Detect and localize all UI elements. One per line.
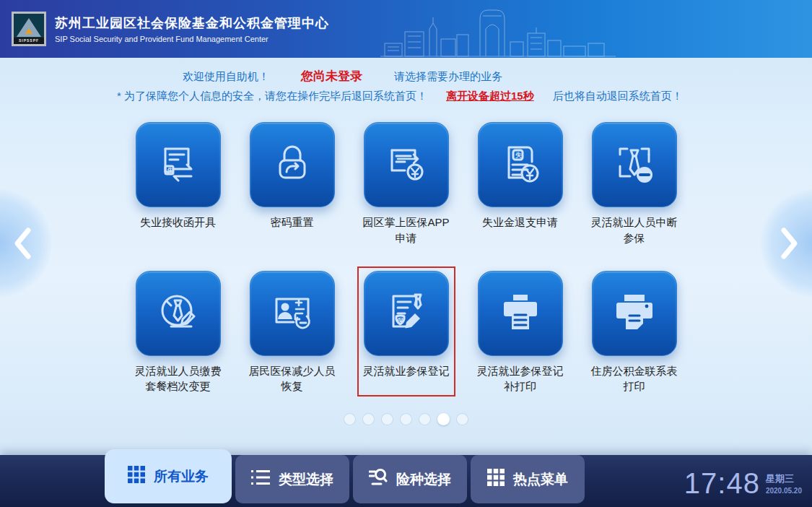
clock: 17:48 星期三 2020.05.20 [684, 467, 802, 500]
doc-tie-pencil-icon: 保 [383, 289, 429, 338]
carousel-next-button[interactable] [780, 227, 799, 263]
service-label: 灵活就业人员缴费套餐档次变更 [132, 363, 224, 395]
tab-label: 类型选择 [279, 470, 333, 489]
circle-tie-pencil-icon [155, 289, 201, 338]
service-label: 住房公积金联系表打印 [588, 363, 681, 395]
service-grid: 失 失业接收函开具 密码重置 [121, 122, 691, 394]
pagination-dot[interactable] [419, 413, 431, 425]
service-label: 居民医保减少人员恢复 [246, 363, 339, 395]
lock-reset-icon [269, 140, 315, 189]
service-label: 失业金退支申请 [474, 214, 567, 230]
service-label: 灵活就业人员中断参保 [588, 214, 681, 246]
service-label: 失业接收函开具 [132, 214, 224, 230]
tab-label: 热点菜单 [513, 470, 568, 489]
service-tile[interactable] [592, 122, 677, 207]
idcard-person-restore-icon [269, 289, 315, 338]
page-title: 苏州工业园区社会保险基金和公积金管理中心 [55, 14, 329, 32]
tab-insurance-selection[interactable]: 险种选择 [353, 455, 467, 503]
service-item-password-reset[interactable]: 密码重置 [235, 122, 349, 246]
service-item-registration-reprint[interactable]: 灵活就业参保登记补打印 [463, 271, 577, 395]
clock-date: 2020.05.20 [766, 487, 802, 495]
kiosk-screen: SIPSSPF 苏州工业园区社会保险基金和公积金管理中心 SIP Social … [0, 0, 812, 507]
service-item-payment-tier-change[interactable]: 灵活就业人员缴费套餐档次变更 [121, 271, 235, 395]
timeout-warning-text: 离开设备超过15秒 [446, 90, 534, 103]
pagination-dot-active[interactable] [437, 413, 450, 425]
tab-label: 所有业务 [154, 467, 209, 486]
pagination-dot[interactable] [400, 413, 412, 425]
logo-triangle-icon [17, 18, 41, 37]
service-label: 密码重置 [246, 214, 339, 230]
service-item-unemployment-refund[interactable]: 失 失业金退支申请 [463, 122, 577, 246]
doc-swap-arrows-icon: 失 [155, 140, 201, 189]
page-subtitle: SIP Social Security and Provident Fund M… [55, 35, 329, 43]
carousel-prev-button[interactable] [13, 227, 32, 263]
doc-arrow-yen-icon [383, 140, 429, 189]
chevron-right-icon [780, 227, 799, 260]
clock-time: 17:48 [684, 467, 760, 500]
service-item-housing-fund-print[interactable]: 住房公积金联系表打印 [577, 271, 691, 395]
service-tile[interactable]: 保 [364, 271, 449, 356]
service-tile[interactable] [364, 122, 449, 207]
grid-icon [487, 469, 505, 490]
pagination-dot[interactable] [344, 413, 356, 425]
service-item-resident-medical-restore[interactable]: 居民医保减少人员恢复 [235, 271, 349, 395]
tab-hot-menu[interactable]: 热点菜单 [471, 455, 585, 503]
notice-line-1: 欢迎使用自助机！ 您尚未登录 请选择需要办理的业务 [183, 68, 812, 84]
header: SIPSSPF 苏州工业园区社会保险基金和公积金管理中心 SIP Social … [0, 0, 812, 58]
pagination-dot[interactable] [362, 413, 375, 425]
prompt-text: 请选择需要办理的业务 [394, 70, 502, 84]
tab-all-services[interactable]: 所有业务 [105, 449, 232, 503]
grid-icon [128, 466, 145, 487]
logo-text: SIPSSPF [14, 38, 44, 44]
pagination-dot[interactable] [381, 413, 393, 425]
list-icon [251, 469, 270, 490]
svg-text:失: 失 [167, 167, 174, 174]
tie-minus-icon [611, 140, 658, 189]
service-label: 灵活就业参保登记 [360, 363, 453, 379]
sipsspf-logo: SIPSSPF [12, 12, 46, 46]
svg-text:失: 失 [515, 152, 523, 159]
notice-line-2: * 为了保障您个人信息的安全，请您在操作完毕后退回系统首页！ 离开设备超过15秒… [117, 90, 812, 103]
bottom-nav-bar: 所有业务 类型选择 险 [0, 455, 812, 507]
tab-label: 险种选择 [396, 470, 451, 489]
printer-icon [497, 289, 543, 338]
security-tip-suffix: 后也将自动退回系统首页！ [553, 90, 683, 103]
search-icon [369, 468, 388, 490]
service-item-unemployment-letter[interactable]: 失 失业接收函开具 [121, 122, 235, 246]
service-label: 园区掌上医保APP申请 [360, 214, 453, 246]
doc-yen-refund-icon: 失 [497, 140, 543, 189]
welcome-text: 欢迎使用自助机！ [183, 70, 269, 84]
service-tile[interactable]: 失 [478, 122, 563, 207]
service-item-flexible-employment-registration[interactable]: 保 灵活就业参保登记 [349, 271, 463, 395]
service-tile[interactable] [592, 271, 677, 356]
bottom-tabs: 所有业务 类型选择 险 [105, 449, 585, 503]
service-item-interrupt-insurance[interactable]: 灵活就业人员中断参保 [577, 122, 691, 246]
security-tip-prefix: * 为了保障您个人信息的安全，请您在操作完毕后退回系统首页！ [117, 90, 427, 103]
service-tile[interactable] [250, 271, 335, 356]
service-item-medical-app[interactable]: 园区掌上医保APP申请 [349, 122, 463, 246]
service-tile[interactable]: 失 [136, 122, 221, 207]
pagination [0, 413, 812, 425]
service-tile[interactable] [136, 271, 221, 356]
service-tile[interactable] [250, 122, 335, 207]
printer-paper-icon [611, 289, 658, 338]
tab-type-selection[interactable]: 类型选择 [235, 455, 349, 503]
suzhou-skyline-graphic [379, 7, 617, 58]
login-status-text: 您尚未登录 [301, 68, 362, 84]
pagination-dot[interactable] [456, 413, 468, 425]
clock-weekday: 星期三 [766, 472, 802, 485]
service-label: 灵活就业参保登记补打印 [474, 363, 567, 395]
svg-text:保: 保 [396, 317, 404, 324]
service-tile[interactable] [478, 271, 563, 356]
chevron-left-icon [13, 227, 32, 260]
